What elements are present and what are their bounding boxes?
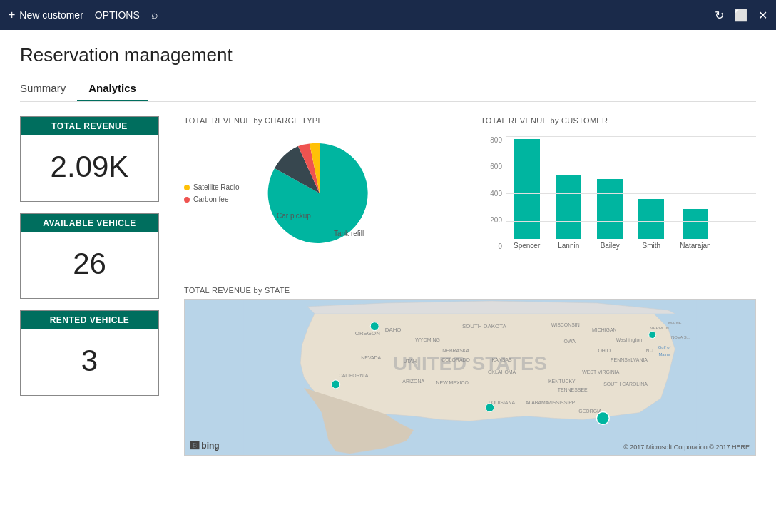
map-title: TOTAL REVENUE by STATE <box>184 286 756 295</box>
bar-group-smith: Smith <box>638 199 664 250</box>
map-dot-texas <box>486 404 494 412</box>
nova-scotia-label: NOVA S... <box>671 335 690 339</box>
kpi-available-vehicle: AVAILABLE VEHICLE 26 <box>20 213 159 299</box>
maine-label: MAINE <box>668 321 682 325</box>
new-mexico-label: NEW MEXICO <box>436 380 469 385</box>
pie-chart-section: TOTAL REVENUE by CHARGE TYPE Satellite R… <box>184 116 459 272</box>
options-button[interactable]: OPTIONS <box>95 9 140 21</box>
bar-label-bailey: Bailey <box>601 242 620 250</box>
grid-line-400 <box>506 193 756 194</box>
bing-logo: 🅱 bing <box>190 441 220 451</box>
map-svg: UNITED STATES OREGON IDAHO SOUTH DAKOTA … <box>185 300 755 455</box>
kentucky-label: KENTUCKY <box>548 379 576 384</box>
bar-chart-title: TOTAL REVENUE by CUSTOMER <box>481 116 756 125</box>
pie-chart-title: TOTAL REVENUE by CHARGE TYPE <box>184 116 459 125</box>
y-axis-labels: 800 600 400 200 0 <box>481 136 502 250</box>
tab-analytics[interactable]: Analytics <box>77 76 148 101</box>
vermont-label: VERMONT <box>650 326 672 330</box>
bar-group-natarajan: Natarajan <box>680 209 710 250</box>
map-dot-california <box>332 380 340 389</box>
colorado-label: COLORADO <box>441 357 470 362</box>
kpi-total-revenue-value: 2.09K <box>21 135 158 201</box>
bar-group-spencer: Spencer <box>514 139 540 250</box>
bar-label-spencer: Spencer <box>514 242 540 250</box>
kpi-column: TOTAL REVENUE 2.09K AVAILABLE VEHICLE 26… <box>20 116 163 456</box>
pie-container: Satellite Radio Carbon fee <box>184 129 459 257</box>
map-copyright: © 2017 Microsoft Corporation © 2017 HERE <box>623 444 750 451</box>
oregon-label: OREGON <box>355 330 380 337</box>
y-label-600: 600 <box>481 163 502 170</box>
bar-chart-inner: Spencer Lannin Bailey <box>506 136 756 250</box>
analytics-area: TOTAL REVENUE 2.09K AVAILABLE VEHICLE 26… <box>20 102 756 456</box>
michigan-label: MICHIGAN <box>592 327 617 332</box>
kpi-available-vehicle-value: 26 <box>21 232 158 298</box>
gulf-maine-label2: Maine <box>658 352 670 357</box>
nj-label: N.J. <box>646 348 655 353</box>
washington-label: Washington <box>616 337 642 343</box>
nevada-label: NEVADA <box>361 355 381 360</box>
bar-smith <box>638 199 664 239</box>
pennsylvania-label: PENNSYLVANIA <box>611 357 648 362</box>
y-label-0: 0 <box>481 242 502 250</box>
tab-summary[interactable]: Summary <box>20 76 77 101</box>
y-label-200: 200 <box>481 216 502 224</box>
y-label-400: 400 <box>481 190 502 198</box>
legend-satellite-radio: Satellite Radio <box>184 183 255 191</box>
map-dot-georgia <box>596 412 609 425</box>
tabs: Summary Analytics <box>20 76 756 102</box>
utah-label: UTAH <box>404 359 417 364</box>
bar-group-bailey: Bailey <box>597 179 623 250</box>
georgia-label: GEORGIA <box>578 409 602 414</box>
bar-spencer <box>514 139 540 239</box>
grid-line-800 <box>506 136 756 137</box>
kpi-total-revenue-header: TOTAL REVENUE <box>21 117 158 135</box>
grid-line-600 <box>506 165 756 165</box>
south-dakota-label: SOUTH DAKOTA <box>462 323 507 329</box>
search-icon[interactable]: ⌕ <box>151 9 158 21</box>
bar-chart-container: 800 600 400 200 0 <box>481 129 756 272</box>
pie-label-tank: Tank refill <box>334 230 364 237</box>
pie-legend: Satellite Radio Carbon fee <box>184 183 255 203</box>
bar-chart-section: TOTAL REVENUE by CUSTOMER 800 600 400 20… <box>481 116 756 272</box>
bar-label-natarajan: Natarajan <box>680 242 710 250</box>
kpi-rented-vehicle: RENTED VEHICLE 3 <box>20 310 159 396</box>
top-bar-right: ↻ ⬜ ✕ <box>715 9 767 22</box>
charts-top-row: TOTAL REVENUE by CHARGE TYPE Satellite R… <box>184 116 756 272</box>
close-icon[interactable]: ✕ <box>758 9 767 22</box>
grid-lines <box>506 136 756 250</box>
grid-line-200 <box>506 221 756 222</box>
alabama-label: ALABAMA <box>526 400 549 405</box>
legend-label-carbon: Carbon fee <box>193 195 228 203</box>
kpi-available-vehicle-header: AVAILABLE VEHICLE <box>21 214 158 232</box>
tennessee-label: TENNESSEE <box>558 387 588 392</box>
west-virginia-label: WEST VIRGINIA <box>582 369 620 374</box>
idaho-label: IDAHO <box>383 327 401 333</box>
new-customer-label: New customer <box>19 9 83 21</box>
iowa-label: IOWA <box>563 339 576 344</box>
new-customer-button[interactable]: + New customer <box>9 9 83 21</box>
wisconsin-label: WISCONSIN <box>551 322 580 327</box>
kpi-total-revenue: TOTAL REVENUE 2.09K <box>20 116 159 202</box>
bar-group-lannin: Lannin <box>556 175 581 250</box>
pie-chart-svg: Car pickup Tank refill <box>262 136 377 250</box>
map-container: UNITED STATES OREGON IDAHO SOUTH DAKOTA … <box>184 299 756 456</box>
mississippi-label: MISSISSIPPI <box>547 400 576 405</box>
legend-dot-carbon <box>184 197 190 203</box>
bar-label-smith: Smith <box>642 242 660 250</box>
refresh-icon[interactable]: ↻ <box>715 9 724 22</box>
ohio-label: OHIO <box>598 348 611 353</box>
bar-bailey <box>597 179 623 239</box>
page-content: Reservation management Summary Analytics… <box>0 30 776 456</box>
open-new-icon[interactable]: ⬜ <box>734 9 748 22</box>
oklahoma-label: OKLAHOMA <box>488 369 516 374</box>
map-section: TOTAL REVENUE by STATE UNITED STATES <box>184 286 756 456</box>
wyoming-label: WYOMING <box>415 337 440 342</box>
y-label-800: 800 <box>481 136 502 144</box>
nebraska-label: NEBRASKA <box>442 348 469 353</box>
kpi-rented-vehicle-value: 3 <box>21 329 158 395</box>
legend-carbon-fee: Carbon fee <box>184 195 255 203</box>
legend-label-satellite: Satellite Radio <box>193 183 239 191</box>
top-bar: + New customer OPTIONS ⌕ ↻ ⬜ ✕ <box>0 0 776 30</box>
pie-label-car: Car pickup <box>277 212 311 220</box>
bar-label-lannin: Lannin <box>558 242 579 250</box>
